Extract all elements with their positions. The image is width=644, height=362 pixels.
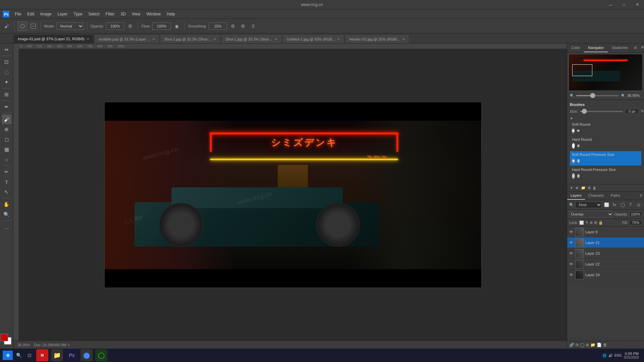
- layers-filter-icon-3[interactable]: ◯: [619, 201, 626, 208]
- tab-4[interactable]: Untitled-1.jpg @ 50% (RGB... ✕: [282, 35, 344, 43]
- lock-position-icon[interactable]: ⊕: [590, 221, 593, 225]
- flow-airbrush-icon[interactable]: ◉: [173, 22, 181, 30]
- layer-fx-icon[interactable]: fx: [576, 343, 579, 347]
- tool-extra[interactable]: …: [2, 222, 11, 232]
- zoom-slider[interactable]: [576, 95, 619, 96]
- opacity-input[interactable]: [106, 22, 124, 30]
- layers-filter-toggle[interactable]: ◎: [635, 201, 642, 208]
- brush-item-hard-round[interactable]: Hard Round: [570, 136, 641, 150]
- tool-brush[interactable]: 🖌: [2, 115, 11, 124]
- brush-controls-arrow-down[interactable]: ▼: [570, 186, 573, 190]
- taskbar-app-mcafe[interactable]: M: [36, 349, 48, 361]
- mode-select[interactable]: Normal Multiply Screen Overlay: [57, 22, 84, 30]
- tool-marquee[interactable]: ⊡: [2, 57, 11, 67]
- layer-opacity-input[interactable]: [629, 212, 642, 217]
- canvas-scroll[interactable]: シミズデンキ TEL (851) 792...: [19, 49, 567, 341]
- tab-3-close[interactable]: ✕: [275, 37, 277, 41]
- tool-crop[interactable]: ⊞: [2, 90, 11, 99]
- brush-item-soft-round[interactable]: Soft Round: [570, 121, 641, 135]
- tool-dodge[interactable]: ○: [2, 155, 11, 164]
- brush-settings-icon[interactable]: [29, 22, 37, 30]
- menu-type[interactable]: Type: [71, 11, 85, 17]
- foreground-color-swatch[interactable]: [1, 334, 8, 341]
- brush-ctrl-delete-icon[interactable]: 🗑: [593, 186, 596, 190]
- tray-network-icon[interactable]: 🌐: [602, 354, 606, 357]
- tool-path-selection[interactable]: ↖: [2, 187, 11, 197]
- flow-input[interactable]: [152, 22, 171, 30]
- tool-text[interactable]: T: [2, 177, 11, 187]
- menu-file[interactable]: File: [12, 11, 24, 17]
- tab-1-close[interactable]: ✕: [152, 37, 155, 41]
- tool-wand[interactable]: ✦: [2, 77, 11, 87]
- tab-5-close[interactable]: ✕: [402, 37, 405, 41]
- taskbar-start-button[interactable]: ⊞: [3, 351, 13, 360]
- layer-vis-24[interactable]: 👁: [569, 273, 574, 277]
- menu-view[interactable]: View: [129, 11, 143, 17]
- panel-menu-icon[interactable]: ≡: [632, 44, 639, 52]
- tab-2[interactable]: Shot-2.jpg @ 33.3% (Shot-... ✕: [160, 35, 221, 43]
- tool-pen[interactable]: ✏: [2, 167, 11, 177]
- taskbar-taskview-button[interactable]: ⊡: [25, 351, 34, 360]
- layer-mask-icon[interactable]: ◯: [580, 343, 584, 347]
- brush-item-hard-round-pressure[interactable]: Hard Round Pressure Size: [570, 166, 641, 181]
- tab-2-close[interactable]: ✕: [213, 37, 216, 41]
- layers-tab-layers[interactable]: Layers: [567, 192, 585, 200]
- taskbar-app-chrome[interactable]: ⬤: [80, 349, 93, 361]
- minimize-button[interactable]: —: [604, 0, 617, 9]
- layer-row-24[interactable]: 👁 Layer 24: [567, 269, 644, 280]
- brushes-collapse-arrow[interactable]: ▲: [570, 116, 641, 120]
- layers-filter-icon-4[interactable]: T: [627, 201, 634, 208]
- smoothing-input[interactable]: [209, 22, 227, 30]
- layer-row-8[interactable]: 👁 Layer 8: [567, 227, 644, 237]
- tab-0-close[interactable]: ✕: [87, 37, 89, 41]
- layers-panel-menu-icon[interactable]: ≡: [638, 192, 644, 200]
- tab-4-close[interactable]: ✕: [337, 37, 340, 41]
- tool-gradient[interactable]: ▦: [2, 145, 11, 154]
- menu-help[interactable]: Help: [164, 11, 178, 17]
- layer-row-21[interactable]: 👁 Layer 21: [567, 237, 644, 248]
- layer-row-23[interactable]: 👁 Layer 23: [567, 248, 644, 259]
- lock-all-icon[interactable]: 🔒: [598, 221, 603, 225]
- tool-lasso[interactable]: ◌: [2, 67, 11, 77]
- brush-preview-button[interactable]: [18, 21, 27, 31]
- layers-filter-icon-2[interactable]: fx: [611, 201, 618, 208]
- lock-transparent-icon[interactable]: ⬜: [579, 221, 584, 225]
- brush-tool-icon[interactable]: 🖌: [3, 22, 11, 30]
- menu-image[interactable]: Image: [38, 11, 54, 17]
- tool-eraser[interactable]: ◻: [2, 135, 11, 144]
- layers-filter-icon-1[interactable]: ⬜: [603, 201, 610, 208]
- brush-ctrl-folder-icon[interactable]: 📁: [581, 186, 586, 190]
- brush-size-slider[interactable]: [580, 111, 623, 112]
- layer-fill-input[interactable]: [629, 220, 642, 225]
- tool-move[interactable]: ⇔: [2, 45, 11, 54]
- layer-new-icon[interactable]: 📄: [597, 343, 602, 347]
- panel-tab-color[interactable]: Color: [567, 44, 584, 52]
- layer-vis-23[interactable]: 👁: [569, 251, 574, 256]
- layer-delete-icon[interactable]: 🗑: [603, 343, 607, 347]
- close-button[interactable]: ✕: [631, 0, 644, 9]
- layer-link-icon[interactable]: 🔗: [569, 343, 574, 347]
- menu-select[interactable]: Select: [86, 11, 102, 17]
- layer-row-22[interactable]: 👁 Layer 22: [567, 259, 644, 269]
- brush-ctrl-eye-icon[interactable]: 👁: [575, 186, 579, 190]
- lock-artboard-icon[interactable]: ⊞: [594, 221, 597, 225]
- maximize-button[interactable]: □: [617, 0, 631, 9]
- tab-1[interactable]: scribble.psd @ 33.3% (Layer ... ✕: [94, 35, 159, 43]
- tool-hand[interactable]: ✋: [2, 200, 11, 209]
- pressure-icon[interactable]: ⧖: [249, 22, 257, 30]
- symmetry-icon[interactable]: ⚙: [239, 22, 247, 30]
- layer-vis-22[interactable]: 👁: [569, 262, 574, 266]
- brush-size-edit-icon[interactable]: ✎: [641, 109, 644, 114]
- tool-stamp[interactable]: ⊕: [2, 125, 11, 134]
- zoom-in-button[interactable]: 🔍: [621, 94, 625, 98]
- menu-3d[interactable]: 3D: [118, 11, 128, 17]
- tool-eyedropper[interactable]: ✒: [2, 102, 11, 112]
- taskbar-app-folder[interactable]: 📁: [51, 349, 63, 361]
- tab-3[interactable]: Shot-1.jpg @ 33.3% (Shot-... ✕: [221, 35, 282, 43]
- tab-5[interactable]: Heretic-V2.jpg @ 25% (RGB/... ✕: [345, 35, 409, 43]
- layer-adjustment-icon[interactable]: ⊕: [586, 343, 589, 347]
- brush-item-soft-round-pressure[interactable]: Soft Round Pressure Size: [570, 151, 641, 166]
- opacity-options-icon[interactable]: ⚙: [126, 22, 135, 30]
- blend-mode-select[interactable]: Overlay Normal Multiply Screen Soft Ligh…: [569, 211, 613, 218]
- layer-vis-21[interactable]: 👁: [569, 240, 574, 245]
